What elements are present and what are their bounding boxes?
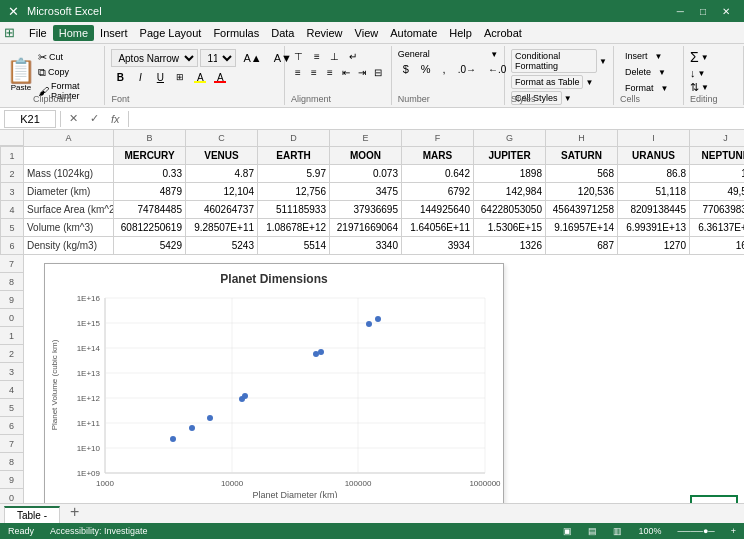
wrap-text-btn[interactable]: ↵ [345, 49, 361, 63]
align-center-btn[interactable]: ≡ [307, 65, 321, 79]
zoom-in[interactable]: + [731, 526, 736, 536]
cell-d1[interactable]: EARTH [258, 147, 330, 165]
menu-data[interactable]: Data [265, 25, 300, 41]
view-normal[interactable]: ▣ [563, 526, 572, 536]
italic-button[interactable]: I [131, 69, 149, 85]
cell-b1[interactable]: MERCURY [114, 147, 186, 165]
sum-arrow[interactable]: ▼ [701, 53, 709, 62]
cell-f5[interactable]: 1.64056E+11 [402, 219, 474, 237]
menu-home[interactable]: Home [53, 25, 94, 41]
active-cell-k21[interactable] [690, 495, 738, 503]
cell-c2[interactable]: 4.87 [186, 165, 258, 183]
cell-f6[interactable]: 3934 [402, 237, 474, 255]
cell-i4[interactable]: 8209138445 [618, 201, 690, 219]
sort-arrow[interactable]: ▼ [701, 83, 709, 92]
cell-c4[interactable]: 460264737 [186, 201, 258, 219]
sort-filter-btn[interactable]: ⇅ ▼ [690, 81, 737, 94]
view-break[interactable]: ▥ [613, 526, 622, 536]
cell-i1[interactable]: URANUS [618, 147, 690, 165]
cell-j5[interactable]: 6.36137E+13 [690, 219, 744, 237]
cell-a3[interactable]: Diameter (km) [24, 183, 114, 201]
cell-h3[interactable]: 120,536 [546, 183, 618, 201]
expand-formula-btn[interactable]: ✕ [65, 112, 82, 125]
cell-d3[interactable]: 12,756 [258, 183, 330, 201]
font-size-select[interactable]: 11 [200, 49, 236, 67]
cell-b5[interactable]: 60812250619 [114, 219, 186, 237]
menu-page-layout[interactable]: Page Layout [134, 25, 208, 41]
cell-e5[interactable]: 21971669064 [330, 219, 402, 237]
check-formula-btn[interactable]: ✓ [86, 112, 103, 125]
col-header-c[interactable]: C [186, 130, 258, 146]
cell-e1[interactable]: MOON [330, 147, 402, 165]
comma-btn[interactable]: , [438, 61, 451, 77]
cell-h5[interactable]: 9.16957E+14 [546, 219, 618, 237]
minimize-btn[interactable]: ─ [671, 6, 690, 17]
cell-j6[interactable]: 1638 [690, 237, 744, 255]
formula-input[interactable] [133, 113, 740, 125]
menu-file[interactable]: File [23, 25, 53, 41]
fill-color-button[interactable]: A [191, 69, 209, 85]
underline-button[interactable]: U [151, 69, 169, 85]
sheet-tab-active[interactable]: Table - [4, 506, 60, 523]
cut-button[interactable]: ✂ Cut [38, 51, 98, 64]
cell-g5[interactable]: 1.5306E+15 [474, 219, 546, 237]
cell-j2[interactable]: 102 [690, 165, 744, 183]
zoom-slider[interactable]: ────●─ [677, 526, 714, 536]
cell-i6[interactable]: 1270 [618, 237, 690, 255]
delete-arrow[interactable]: ▼ [658, 68, 666, 77]
cell-b6[interactable]: 5429 [114, 237, 186, 255]
fx-btn[interactable]: fx [107, 113, 124, 125]
align-left-btn[interactable]: ≡ [291, 65, 305, 79]
cell-c1[interactable]: VENUS [186, 147, 258, 165]
copy-button[interactable]: ⧉ Copy [38, 66, 98, 79]
cell-c3[interactable]: 12,104 [186, 183, 258, 201]
cell-c5[interactable]: 9.28507E+11 [186, 219, 258, 237]
close-btn[interactable]: ✕ [716, 6, 736, 17]
cond-format-arrow[interactable]: ▼ [599, 57, 607, 66]
align-top-btn[interactable]: ⊤ [291, 49, 307, 63]
cell-d4[interactable]: 511185933 [258, 201, 330, 219]
increase-decimal-btn[interactable]: .0→ [453, 62, 481, 77]
cell-d2[interactable]: 5.97 [258, 165, 330, 183]
menu-review[interactable]: Review [300, 25, 348, 41]
col-header-b[interactable]: B [114, 130, 186, 146]
percent-btn[interactable]: % [416, 61, 436, 77]
cell-g3[interactable]: 142,984 [474, 183, 546, 201]
menu-view[interactable]: View [349, 25, 385, 41]
add-sheet-btn[interactable]: + [62, 501, 87, 523]
menu-insert[interactable]: Insert [94, 25, 134, 41]
align-bottom-btn[interactable]: ⊥ [327, 49, 343, 63]
currency-btn[interactable]: $ [398, 61, 414, 77]
insert-btn[interactable]: Insert [620, 49, 653, 63]
col-header-a[interactable]: A [24, 130, 114, 146]
cell-h2[interactable]: 568 [546, 165, 618, 183]
font-color-button[interactable]: A [211, 69, 229, 85]
cell-a6[interactable]: Density (kg/m3) [24, 237, 114, 255]
menu-help[interactable]: Help [443, 25, 478, 41]
cell-e2[interactable]: 0.073 [330, 165, 402, 183]
conditional-formatting-btn[interactable]: Conditional Formatting [511, 49, 597, 73]
cell-b2[interactable]: 0.33 [114, 165, 186, 183]
cell-h1[interactable]: SATURN [546, 147, 618, 165]
cell-a4[interactable]: Surface Area (km^2) [24, 201, 114, 219]
cell-f1[interactable]: MARS [402, 147, 474, 165]
view-layout[interactable]: ▤ [588, 526, 597, 536]
fill-btn[interactable]: ↓ ▼ [690, 67, 737, 79]
font-family-select[interactable]: Aptos Narrow [111, 49, 198, 67]
col-header-f[interactable]: F [402, 130, 474, 146]
col-header-j[interactable]: J [690, 130, 744, 146]
fill-arrow[interactable]: ▼ [697, 69, 705, 78]
format-btn-cells[interactable]: Format [620, 81, 659, 95]
merge-btn[interactable]: ⊟ [371, 65, 385, 79]
cell-h6[interactable]: 687 [546, 237, 618, 255]
number-format-dropdown[interactable]: ▼ [490, 50, 498, 59]
cell-f2[interactable]: 0.642 [402, 165, 474, 183]
cell-b3[interactable]: 4879 [114, 183, 186, 201]
col-header-e[interactable]: E [330, 130, 402, 146]
col-header-g[interactable]: G [474, 130, 546, 146]
cell-i2[interactable]: 86.8 [618, 165, 690, 183]
indent-decrease-btn[interactable]: ⇤ [339, 65, 353, 79]
cell-e3[interactable]: 3475 [330, 183, 402, 201]
cell-d6[interactable]: 5514 [258, 237, 330, 255]
col-header-d[interactable]: D [258, 130, 330, 146]
